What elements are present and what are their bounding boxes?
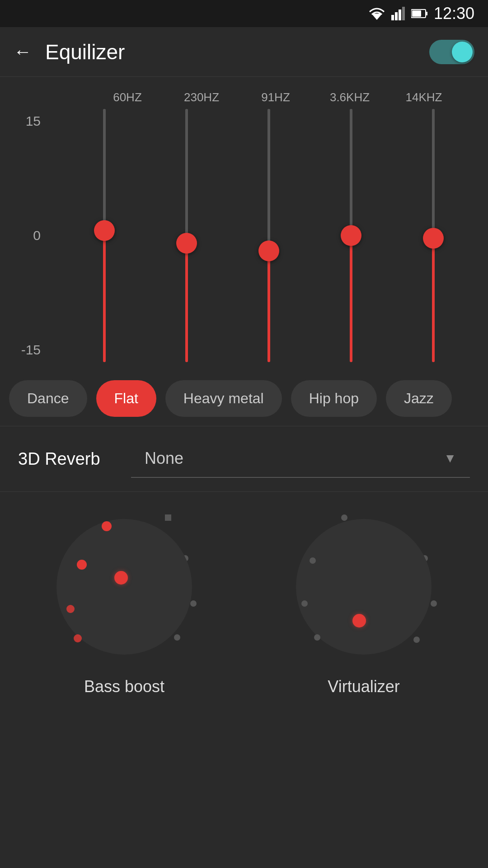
bass-boost-knob-area[interactable] (47, 510, 201, 664)
slider-knob-14khz[interactable] (423, 228, 444, 249)
eq-scale: 15 0 -15 (0, 109, 50, 362)
virt-dot-3 (314, 634, 320, 641)
preset-dance[interactable]: Dance (9, 380, 87, 417)
preset-hip-hop[interactable]: Hip hop (291, 380, 377, 417)
bass-dot-4 (74, 634, 82, 642)
page-title: Equilizer (45, 40, 429, 64)
bass-dot-1 (102, 521, 112, 531)
virtualizer-label: Virtualizer (328, 677, 399, 696)
bass-dot-2 (77, 560, 87, 570)
virt-dot-main (352, 614, 366, 627)
freq-label-3: 3.6KHZ (323, 90, 377, 104)
eq-sliders (50, 109, 488, 362)
slider-knob-36khz[interactable] (341, 225, 361, 246)
preset-flat[interactable]: Flat (96, 380, 156, 417)
battery-icon (411, 9, 427, 19)
slider-230hz[interactable] (164, 109, 209, 362)
equalizer-section: 60HZ 230HZ 91HZ 3.6KHZ 14KHZ 15 0 -15 (0, 77, 488, 371)
status-time: 12:30 (434, 4, 474, 23)
slider-knob-91hz[interactable] (258, 241, 279, 261)
wifi-icon (369, 7, 385, 20)
status-icons: 12:30 (369, 4, 474, 23)
virt-dot-outer-3 (431, 600, 437, 607)
virt-dot-outer-1 (341, 514, 347, 521)
effects-section: Bass boost Virtualizer (0, 492, 488, 714)
freq-label-2: 91HZ (249, 90, 303, 104)
dropdown-arrow-icon: ▼ (444, 451, 456, 466)
preset-jazz[interactable]: Jazz (386, 380, 452, 417)
freq-label-4: 14KHZ (397, 90, 451, 104)
eq-freq-labels: 60HZ 230HZ 91HZ 3.6KHZ 14KHZ (0, 90, 488, 104)
scale-bottom: -15 (9, 342, 41, 358)
reverb-dropdown[interactable]: None ▼ (131, 440, 470, 478)
virtualizer-effect: Virtualizer (253, 510, 474, 696)
preset-heavy-metal[interactable]: Heavy metal (165, 380, 282, 417)
svg-rect-2 (395, 12, 398, 20)
toggle-knob (452, 42, 473, 62)
scale-mid: 0 (9, 228, 41, 243)
virt-dot-outer-4 (413, 637, 420, 643)
presets-section: Dance Flat Heavy metal Hip hop Jazz (0, 371, 488, 426)
slider-14khz[interactable] (411, 109, 456, 362)
slider-knob-60hz[interactable] (94, 220, 115, 241)
dot-outer-1 (165, 514, 171, 521)
slider-knob-230hz[interactable] (176, 233, 197, 254)
status-bar: 12:30 (0, 0, 488, 27)
eq-toggle[interactable] (429, 40, 474, 64)
dot-outer-3 (190, 600, 197, 607)
eq-labels-inner: 60HZ 230HZ 91HZ 3.6KHZ 14KHZ (90, 90, 461, 104)
svg-marker-0 (371, 14, 382, 20)
reverb-label: 3D Reverb (18, 449, 117, 469)
virt-dot-2 (301, 600, 308, 607)
scale-top: 15 (9, 113, 41, 129)
bass-dot-main (114, 571, 128, 585)
svg-rect-6 (426, 12, 427, 15)
dot-outer-4 (174, 634, 180, 641)
slider-91hz[interactable] (246, 109, 291, 362)
freq-label-1: 230HZ (174, 90, 229, 104)
bass-boost-label: Bass boost (84, 677, 164, 696)
slider-60hz[interactable] (82, 109, 127, 362)
virt-dot-1 (310, 557, 316, 564)
virtualizer-knob-area[interactable] (287, 510, 441, 664)
back-button[interactable]: ← (14, 42, 32, 62)
svg-rect-7 (412, 10, 421, 17)
signal-icon (391, 7, 405, 20)
svg-rect-3 (399, 9, 401, 20)
eq-body: 15 0 -15 (0, 109, 488, 362)
bass-boost-effect: Bass boost (14, 510, 235, 696)
app-header: ← Equilizer (0, 27, 488, 77)
svg-rect-1 (391, 15, 394, 20)
slider-36khz[interactable] (328, 109, 374, 362)
bass-dot-3 (66, 605, 75, 613)
reverb-value: None (145, 449, 183, 468)
freq-label-0: 60HZ (100, 90, 155, 104)
reverb-section: 3D Reverb None ▼ (0, 426, 488, 491)
svg-rect-4 (402, 7, 405, 20)
